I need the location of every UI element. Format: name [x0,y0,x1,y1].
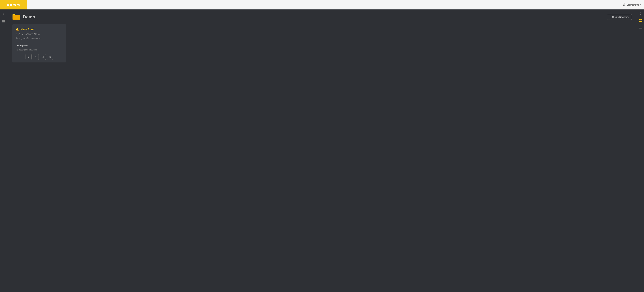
card-title-row: 🔔 New Alert [16,28,63,31]
card-meta-email: Aaron.jones@loome.com.au [16,37,63,39]
logo-block[interactable]: loome [0,0,27,9]
card-description-value: No description provided [16,49,63,51]
alert-card: 🔔 New Alert ↺ Oct 4, 2021 4:19 PM by Aar… [12,24,66,62]
dropdown-arrow: ▾ [640,3,641,6]
page-title: Demo [23,14,35,19]
main-area: » Demo + Create New Item [0,9,644,292]
table-button[interactable]: ⊞ [40,54,46,60]
svg-rect-4 [641,19,642,20]
svg-rect-7 [639,27,642,27]
card-title: New Alert [20,28,34,31]
delete-button[interactable]: 🗑 [47,54,53,60]
svg-rect-6 [641,21,642,22]
collapse-button[interactable]: ❯ [639,11,643,15]
list-view-icon[interactable] [638,26,643,30]
content-area: Demo + Create New Item 🔔 New Alert ↺ Oct… [7,9,637,292]
user-label: LoomeDemo [626,3,639,6]
app-logo: loome [7,2,20,7]
globe-icon [623,3,626,6]
card-view-icon[interactable] [638,18,643,23]
card-description-label: Description [16,44,63,47]
history-icon: ↺ [16,33,18,35]
card-meta-date: Oct 4, 2021 4:19 PM by [18,33,40,35]
top-navbar: loome LoomeDemo ▾ [0,0,644,9]
user-menu[interactable]: LoomeDemo ▾ [623,3,641,6]
svg-rect-3 [639,19,640,20]
page-title-area: Demo [12,13,35,20]
cards-area: 🔔 New Alert ↺ Oct 4, 2021 4:19 PM by Aar… [12,24,632,288]
svg-rect-5 [639,21,640,22]
page-header: Demo + Create New Item [12,13,632,20]
bell-icon: 🔔 [16,28,19,31]
folder-icon-large [12,13,20,20]
play-button[interactable]: ▶ [26,54,32,60]
card-meta: ↺ Oct 4, 2021 4:19 PM by [16,33,63,35]
left-sidebar: » [0,9,7,292]
create-new-item-button[interactable]: + Create New Item [607,14,632,20]
sidebar-folder-icon[interactable] [1,19,6,24]
svg-rect-9 [639,28,642,29]
svg-rect-8 [639,28,642,28]
sidebar-expand-icon[interactable]: » [1,11,6,16]
card-actions: ▶ ✎ ⊞ 🗑 [16,54,63,60]
right-sidebar: ❯ [637,9,644,292]
edit-button[interactable]: ✎ [32,54,39,60]
